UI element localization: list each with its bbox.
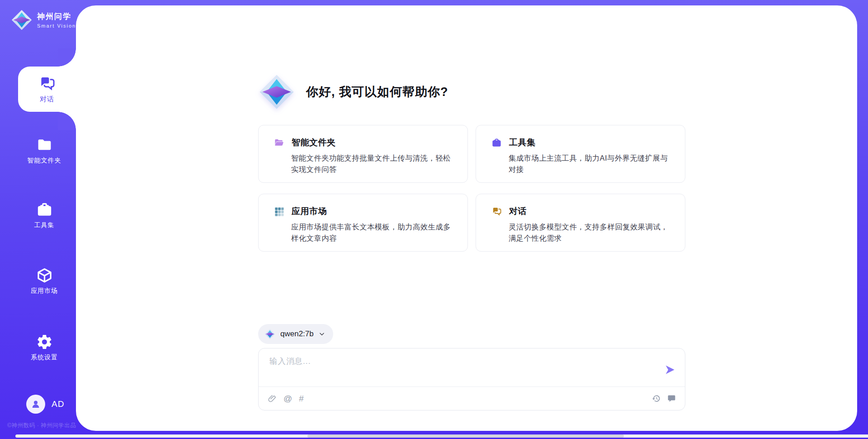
history-icon[interactable] <box>652 394 660 403</box>
message-input[interactable] <box>269 356 658 382</box>
diamond-logo-icon <box>11 9 33 31</box>
send-arrow-icon[interactable] <box>664 364 676 376</box>
avatar <box>26 395 45 414</box>
horizontal-scrollbar[interactable] <box>15 434 868 438</box>
card-smart-folder[interactable]: 智能文件夹 智能文件夹功能支持批量文件上传与清洗，轻松实现文件问答 <box>258 125 468 183</box>
person-icon <box>30 399 41 410</box>
sidebar-item-folders[interactable]: 智能文件夹 <box>13 137 76 165</box>
tab-fillet-top <box>58 48 76 67</box>
sidebar-item-tools[interactable]: 工具集 <box>13 201 76 229</box>
toolbox-icon <box>491 138 502 148</box>
toolbox-icon <box>36 201 53 218</box>
sidebar-item-label: 系统设置 <box>31 353 58 362</box>
brand-name: 神州问学 <box>37 11 76 22</box>
greeting-block: 你好, 我可以如何帮助你? <box>258 73 448 110</box>
diamond-logo-icon <box>264 329 275 339</box>
sidebar-item-apps[interactable]: 应用市场 <box>13 267 76 295</box>
sidebar-item-label: 对话 <box>40 95 54 104</box>
card-toolset[interactable]: 工具集 集成市场上主流工具，助力AI与外界无缝扩展与对接 <box>476 125 685 183</box>
cube-icon <box>36 267 53 284</box>
composer-toolbar: @ # <box>259 387 685 410</box>
chat-bubbles-icon <box>38 75 56 92</box>
hash-icon[interactable]: # <box>299 394 304 403</box>
card-title: 对话 <box>509 205 527 217</box>
paperclip-icon[interactable] <box>268 394 277 403</box>
tab-fillet-bottom <box>58 112 76 130</box>
at-icon[interactable]: @ <box>283 394 292 403</box>
sidebar-item-label: 应用市场 <box>31 287 58 295</box>
main-content: 你好, 我可以如何帮助你? 智能文件夹 智能文件夹功能支持批量文件上传与清洗，轻… <box>76 5 857 431</box>
sidebar-item-label: 智能文件夹 <box>28 157 61 165</box>
brand-subtitle: Smart Vision <box>37 23 76 29</box>
gear-icon <box>36 334 53 350</box>
card-app-market[interactable]: 应用市场 应用市场提供丰富长文本模板，助力高效生成多样化文章内容 <box>258 194 468 252</box>
card-title: 应用市场 <box>292 205 327 217</box>
greeting-title: 你好, 我可以如何帮助你? <box>306 84 448 100</box>
card-description: 集成市场上主流工具，助力AI与外界无缝扩展与对接 <box>509 153 672 175</box>
user-name: AD <box>52 399 64 409</box>
folder-icon <box>36 137 53 153</box>
scrollbar-thumb[interactable] <box>307 434 624 438</box>
card-chat[interactable]: 对话 灵活切换多模型文件，支持多样回复效果调试，满足个性化需求 <box>476 194 685 252</box>
chevron-down-icon <box>319 331 325 337</box>
card-title: 工具集 <box>509 137 536 148</box>
sidebar-item-label: 工具集 <box>34 221 55 229</box>
chat-bubbles-icon <box>491 206 502 217</box>
card-description: 应用市场提供丰富长文本模板，助力高效生成多样化文章内容 <box>291 221 455 244</box>
open-folder-icon <box>274 138 284 148</box>
copyright-text: ©神州数码 · 神州问学出品 <box>7 422 76 429</box>
message-composer: @ # <box>258 348 685 410</box>
message-icon[interactable] <box>667 394 676 403</box>
model-selector[interactable]: qwen2:7b <box>258 324 333 344</box>
grid-icon <box>274 206 284 217</box>
feature-cards: 智能文件夹 智能文件夹功能支持批量文件上传与清洗，轻松实现文件问答 工具集 集成… <box>258 125 685 252</box>
user-account[interactable]: AD <box>26 395 64 414</box>
card-description: 灵活切换多模型文件，支持多样回复效果调试，满足个性化需求 <box>509 221 672 244</box>
model-name: qwen2:7b <box>280 329 314 339</box>
card-title: 智能文件夹 <box>292 137 336 148</box>
diamond-logo-icon <box>258 73 295 110</box>
sidebar-item-settings[interactable]: 系统设置 <box>13 334 76 362</box>
brand-logo: 神州问学 Smart Vision <box>11 9 76 31</box>
sidebar-item-chat[interactable]: 对话 <box>18 67 76 112</box>
card-description: 智能文件夹功能支持批量文件上传与清洗，轻松实现文件问答 <box>291 153 455 175</box>
